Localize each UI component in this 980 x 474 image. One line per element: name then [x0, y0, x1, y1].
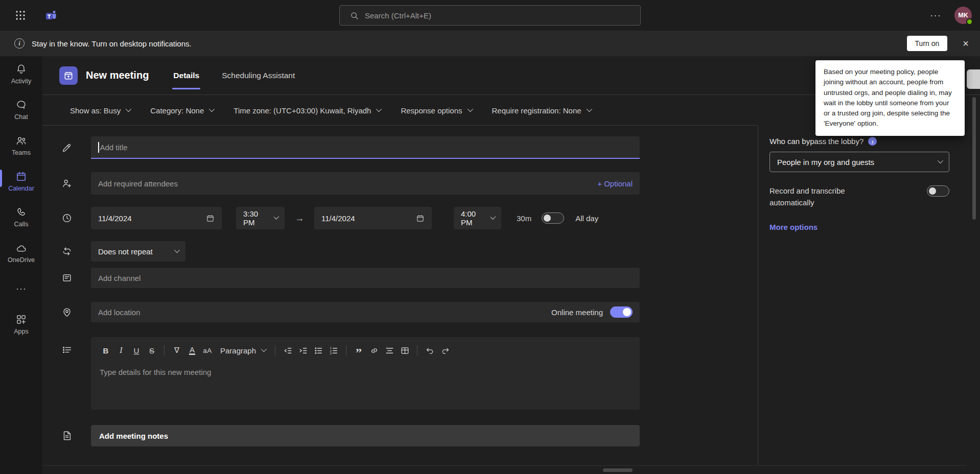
- top-bar: Search (Ctrl+Alt+E) ··· MK: [0, 0, 980, 31]
- title-input[interactable]: Add title: [91, 136, 640, 159]
- calendar-icon: [15, 171, 27, 182]
- sidebar-item-apps[interactable]: Apps: [0, 306, 42, 342]
- start-date-picker[interactable]: 11/4/2024: [91, 207, 222, 229]
- panel-divider: [758, 126, 758, 466]
- repeat-icon: [42, 246, 91, 257]
- horizontal-scrollbar[interactable]: [603, 468, 633, 472]
- app-launcher-icon[interactable]: [15, 10, 26, 20]
- person-add-icon: [42, 178, 91, 189]
- text-cursor: [98, 142, 99, 153]
- chevron-down-icon: [261, 346, 267, 351]
- toolbar-divider: [417, 345, 417, 356]
- sidebar-more-button[interactable]: ···: [0, 271, 42, 306]
- teams-logo-icon: [45, 9, 57, 21]
- toolbar-divider: [275, 345, 275, 356]
- highlight-button[interactable]: ∇: [169, 343, 184, 358]
- online-meeting-label: Online meeting: [551, 308, 603, 317]
- start-time-dropdown[interactable]: 3:30 PM: [236, 207, 285, 229]
- svg-text:3: 3: [330, 351, 331, 354]
- record-transcribe-toggle[interactable]: [927, 185, 949, 197]
- lobby-bypass-dropdown[interactable]: People in my org and guests: [769, 152, 949, 172]
- chevron-down-icon: [376, 106, 382, 111]
- meeting-form: Add title Add required attendees + Optio…: [42, 136, 640, 446]
- online-meeting-toggle[interactable]: [610, 306, 633, 318]
- bell-icon: [15, 63, 27, 75]
- bold-button[interactable]: B: [98, 343, 113, 358]
- category-dropdown[interactable]: Category: None: [150, 106, 213, 115]
- tab-details[interactable]: Details: [172, 56, 200, 94]
- end-time-dropdown[interactable]: 4:00 PM: [454, 207, 501, 229]
- turn-on-button[interactable]: Turn on: [907, 36, 948, 51]
- sidebar-item-calendar[interactable]: Calendar: [0, 163, 42, 199]
- add-optional-attendees-link[interactable]: + Optional: [597, 179, 633, 188]
- sidebar-item-onedrive[interactable]: OneDrive: [0, 235, 42, 271]
- insert-table-button[interactable]: [397, 343, 412, 358]
- location-pin-icon: [42, 306, 91, 318]
- chevron-down-icon: [467, 106, 473, 111]
- align-button[interactable]: [382, 343, 397, 358]
- sidebar-item-chat[interactable]: Chat: [0, 92, 42, 128]
- chevron-down-icon: [938, 157, 943, 163]
- editor-toolbar: B I U S ∇ A aA Paragraph: [98, 341, 633, 360]
- end-date-picker[interactable]: 11/4/2024: [314, 207, 432, 229]
- increase-indent-button[interactable]: [295, 343, 311, 358]
- chat-icon: [15, 99, 27, 111]
- more-options-icon[interactable]: ···: [930, 10, 941, 21]
- font-color-button[interactable]: A: [184, 343, 200, 358]
- search-icon: [350, 11, 359, 20]
- add-meeting-notes-button[interactable]: Add meeting notes: [91, 425, 640, 446]
- tab-scheduling-assistant[interactable]: Scheduling Assistant: [221, 56, 296, 94]
- undo-button[interactable]: [422, 343, 437, 358]
- insert-link-button[interactable]: [366, 343, 382, 358]
- details-editor[interactable]: B I U S ∇ A aA Paragraph: [91, 337, 640, 410]
- calendar-picker-icon: [206, 214, 215, 223]
- chevron-down-icon: [491, 214, 496, 220]
- apps-icon: [15, 314, 27, 325]
- attendees-input[interactable]: Add required attendees + Optional: [91, 172, 640, 195]
- save-button-partial[interactable]: [967, 69, 980, 89]
- meeting-form-body: Add title Add required attendees + Optio…: [42, 126, 980, 474]
- response-options-dropdown[interactable]: Response options: [401, 106, 471, 115]
- redo-button[interactable]: [437, 343, 453, 358]
- paragraph-style-dropdown[interactable]: Paragraph: [220, 346, 265, 355]
- location-input[interactable]: Add location Online meeting: [91, 302, 640, 322]
- avatar[interactable]: MK: [954, 7, 972, 24]
- more-options-link[interactable]: More options: [769, 223, 949, 231]
- underline-button[interactable]: U: [129, 343, 144, 358]
- quote-button[interactable]: ”: [351, 343, 366, 358]
- teams-window: Search (Ctrl+Alt+E) ··· MK i Stay in the…: [0, 0, 980, 474]
- duration-label: 30m: [517, 214, 531, 223]
- italic-button[interactable]: I: [113, 343, 129, 358]
- font-size-button[interactable]: aA: [200, 343, 215, 358]
- sidebar-item-calls[interactable]: Calls: [0, 199, 42, 235]
- strikethrough-button[interactable]: S: [144, 343, 159, 358]
- all-day-toggle[interactable]: [542, 212, 564, 224]
- notes-document-icon: [42, 430, 91, 441]
- details-icon: [42, 337, 91, 356]
- details-placeholder: Type details for this new meeting: [100, 368, 633, 376]
- new-meeting-calendar-icon: [59, 66, 78, 85]
- people-icon: [15, 135, 27, 147]
- bulleted-list-button[interactable]: [311, 343, 326, 358]
- numbered-list-button[interactable]: 123: [326, 343, 341, 358]
- bottom-divider: [42, 465, 967, 466]
- recurrence-dropdown[interactable]: Does not repeat: [91, 241, 185, 262]
- search-input[interactable]: Search (Ctrl+Alt+E): [339, 5, 641, 26]
- decrease-indent-button[interactable]: [280, 343, 295, 358]
- timezone-dropdown[interactable]: Time zone: (UTC+03:00) Kuwait, Riyadh: [234, 106, 380, 115]
- channel-icon: [42, 272, 91, 283]
- sidebar-item-activity[interactable]: Activity: [0, 56, 42, 92]
- close-banner-icon[interactable]: ×: [963, 38, 969, 49]
- show-as-dropdown[interactable]: Show as: Busy: [70, 106, 130, 115]
- lobby-info-icon[interactable]: i: [868, 137, 877, 146]
- sidebar-item-teams[interactable]: Teams: [0, 128, 42, 163]
- channel-input[interactable]: Add channel: [91, 268, 640, 288]
- chevron-down-icon: [174, 247, 180, 252]
- tab-bar: Details Scheduling Assistant: [172, 56, 316, 94]
- chevron-down-icon: [273, 214, 279, 220]
- chevron-down-icon: [586, 106, 592, 111]
- presence-available-icon: [966, 18, 973, 25]
- require-registration-dropdown[interactable]: Require registration: None: [492, 106, 591, 115]
- page-title: New meeting: [86, 69, 149, 81]
- vertical-scrollbar[interactable]: [972, 97, 976, 220]
